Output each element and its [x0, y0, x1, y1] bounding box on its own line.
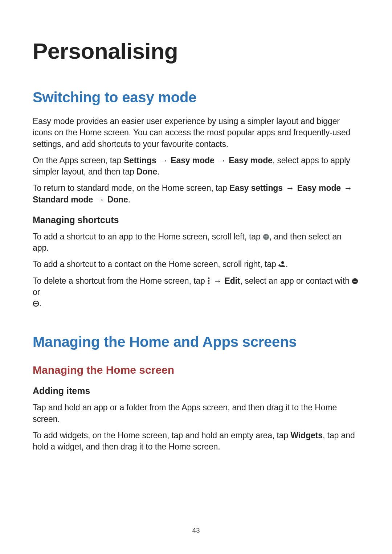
paragraph: To add a shortcut to an app to the Home …: [33, 231, 359, 254]
arrow-icon: →: [212, 275, 222, 287]
text: On the Apps screen, tap: [33, 156, 124, 165]
paragraph: To delete a shortcut from the Home scree…: [33, 275, 359, 309]
text: .: [128, 195, 130, 204]
text: , select an app or contact with: [240, 276, 352, 286]
section-heading-managing-screens: Managing the Home and Apps screens: [33, 334, 359, 350]
more-options-icon: [207, 277, 210, 284]
bold-text: Done: [107, 195, 128, 204]
paragraph: To return to standard mode, on the Home …: [33, 182, 359, 205]
subsection-heading-home-screen: Managing the Home screen: [33, 364, 359, 376]
text: To return to standard mode, on the Home …: [33, 183, 229, 193]
paragraph: Tap and hold an app or a folder from the…: [33, 402, 359, 425]
minor-heading-managing-shortcuts: Managing shortcuts: [33, 215, 359, 225]
plus-circle-icon: [263, 234, 269, 240]
page-number: 43: [0, 526, 392, 534]
svg-point-4: [208, 282, 210, 284]
add-contact-icon: [278, 260, 286, 268]
text: To delete a shortcut from the Home scree…: [33, 276, 207, 286]
svg-point-1: [281, 261, 284, 264]
minus-circle-filled-icon: [352, 278, 358, 284]
arrow-icon: →: [95, 194, 105, 205]
svg-point-3: [208, 280, 210, 282]
document-page: Personalising Switching to easy mode Eas…: [0, 0, 392, 554]
page-title: Personalising: [33, 38, 359, 64]
svg-rect-6: [354, 281, 357, 282]
svg-point-2: [208, 277, 210, 279]
arrow-icon: →: [159, 155, 168, 166]
arrow-icon: →: [285, 182, 295, 194]
text: or: [33, 287, 40, 297]
bold-text: Edit: [225, 276, 240, 286]
section-heading-easy-mode: Switching to easy mode: [33, 89, 359, 106]
bold-text: Standard mode: [33, 195, 93, 204]
svg-rect-8: [34, 303, 38, 304]
bold-text: Easy mode: [229, 156, 273, 165]
text: To add a shortcut to a contact on the Ho…: [33, 259, 278, 269]
text: .: [157, 167, 159, 176]
bold-text: Easy settings: [229, 183, 283, 193]
bold-text: Easy mode: [297, 183, 341, 193]
bold-text: Widgets: [290, 431, 323, 440]
text: To add a shortcut to an app to the Home …: [33, 232, 263, 241]
paragraph: Easy mode provides an easier user experi…: [33, 116, 359, 150]
text: .: [39, 299, 41, 308]
minus-circle-outline-icon: [33, 300, 39, 307]
bold-text: Done: [136, 167, 157, 176]
paragraph: To add a shortcut to a contact on the Ho…: [33, 259, 359, 270]
arrow-icon: →: [217, 155, 226, 166]
paragraph: To add widgets, on the Home screen, tap …: [33, 430, 359, 453]
bold-text: Settings: [124, 156, 156, 165]
arrow-icon: →: [343, 182, 353, 194]
text: .: [286, 259, 288, 269]
text: To add widgets, on the Home screen, tap …: [33, 431, 290, 440]
paragraph: On the Apps screen, tap Settings → Easy …: [33, 155, 359, 178]
minor-heading-adding-items: Adding items: [33, 386, 359, 396]
bold-text: Easy mode: [171, 156, 215, 165]
